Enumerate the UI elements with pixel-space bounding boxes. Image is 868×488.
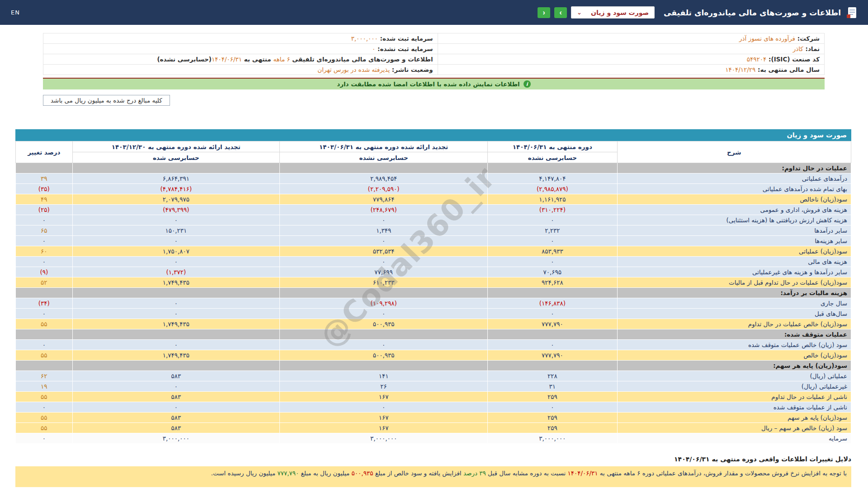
statement-row: عملیاتی (ریال)۲۲۸۱۴۱۵۸۳۶۲: [16, 371, 851, 381]
info-label: نماد:: [803, 45, 820, 52]
row-change-percent: ۳۹: [16, 174, 73, 184]
company-info-body: شرکت: فرآورده های نسوز آذرسرمایه ثبت شده…: [43, 33, 825, 75]
row-value: ۰: [488, 402, 617, 413]
statement-row: ناشی از عملیات متوقف شده۰۰۰۰: [16, 402, 851, 413]
row-value: ۱,۳۴۹: [279, 225, 487, 236]
row-value: ۳۱: [488, 381, 617, 392]
row-value: ۱۶۷: [279, 423, 487, 433]
note-text: ۷۷۷,۷۹۰: [277, 469, 299, 477]
row-label: هزینه های فروش، اداری و عمومی: [617, 205, 851, 215]
banner-text: اطلاعات نمایش داده شده با اطلاعات امضا ش…: [337, 80, 520, 88]
row-change-percent: (۳۴): [16, 298, 73, 309]
chevron-left-icon: ‹: [542, 9, 545, 16]
info-label: سرمایه ثبت نشده:: [375, 45, 433, 52]
info-cell-left: سرمایه ثبت شده: ۳,۰۰۰,۰۰۰: [43, 33, 438, 44]
row-change-percent: ۴۹: [16, 194, 73, 205]
note-text: میلیون ریال به مبلغ: [299, 469, 351, 477]
info-row: سال مالی منتهی به: ۱۴۰۴/۱۲/۲۹وضعیت ناشر:…: [43, 65, 825, 75]
note-text: ۳۹ درصد: [463, 469, 486, 477]
row-label: سود(زیان) عملیاتی: [617, 246, 851, 257]
row-value: ۷۷۷,۷۹۰: [488, 319, 617, 329]
statement-row: سایر درآمدها و هزینه های غیرعملیاتی۷۰,۶۹…: [16, 267, 851, 277]
row-value: ۶,۸۶۴,۳۹۱: [72, 174, 279, 184]
row-value: ۲,۰۷۹,۹۷۵: [72, 194, 279, 205]
statement-row: هزینه های فروش، اداری و عمومی(۳۱۰,۲۲۴)(۲…: [16, 205, 851, 215]
row-value: ۴,۱۴۷,۸۰۴: [488, 174, 617, 184]
note-text: ۱۴۰۴/۰۶/۳۱: [567, 469, 598, 477]
row-value: ۰: [72, 215, 279, 225]
info-label: شرکت:: [795, 35, 820, 42]
info-label: سرمایه ثبت شده:: [378, 35, 433, 42]
section-empty-cell: [279, 163, 487, 174]
statement-row: سال‌های قبل۰۰۰۰: [16, 309, 851, 319]
row-change-percent: ۵۵: [16, 413, 73, 423]
row-change-percent: ۰: [16, 340, 73, 350]
info-value: ۶ ماهه: [273, 56, 290, 63]
row-change-percent: (۹): [16, 267, 73, 277]
row-value: ۳,۰۰۰,۰۰۰: [279, 433, 487, 444]
note-text: نسبت به دوره مشابه سال قبل: [486, 469, 568, 477]
change-reasons-title: دلایل تغییرات اطلاعات واقعی دوره منتهی ب…: [15, 455, 851, 463]
row-label: سایر هزینه‌ها: [617, 236, 851, 246]
row-change-percent: ۶۲: [16, 371, 73, 381]
change-reasons-section: دلایل تغییرات اطلاعات واقعی دوره منتهی ب…: [15, 455, 851, 487]
info-value: ۵۴۹۲۰۴: [747, 56, 767, 63]
codal-financial-statement-page: اطلاعات و صورت‌های مالی میاندوره‌ای تلفی…: [0, 0, 868, 488]
section-empty-cell: [279, 361, 487, 371]
row-value: ۹۲۴,۶۲۸: [488, 277, 617, 288]
info-label: اطلاعات و صورت‌های مالی میاندوره‌ای تلفی…: [290, 56, 433, 63]
info-value: پذیرفته شده در بورس تهران: [317, 66, 390, 73]
row-label: سود(زیان) ناخالص: [617, 194, 851, 205]
statement-type-select[interactable]: صورت سود و زیان ⌄: [571, 6, 655, 19]
row-value: ۰: [279, 215, 487, 225]
row-value: ۰: [72, 402, 279, 413]
row-change-percent: ۱۹: [16, 381, 73, 392]
language-toggle[interactable]: EN: [11, 9, 20, 16]
row-change-percent: (۲۵): [16, 205, 73, 215]
info-value: ۱۴۰۴/۰۶/۳۱: [212, 56, 242, 63]
section-label: هزینه مالیات بر درآمد:: [617, 288, 851, 298]
info-cell-left: وضعیت ناشر: پذیرفته شده در بورس تهران: [43, 65, 438, 75]
row-label: سود (زیان) خالص هر سهم – ریال: [617, 423, 851, 433]
row-value: (۱۴۶,۸۳۸): [488, 298, 617, 309]
row-value: (۲,۲۰۹,۵۹۰): [279, 184, 487, 194]
section-header-row: عملیات متوقف شده:: [16, 329, 851, 340]
next-statement-button[interactable]: ›: [554, 7, 567, 18]
row-value: (۲,۹۸۵,۸۷۹): [488, 184, 617, 194]
row-value: ۰: [279, 257, 487, 267]
section-empty-cell: [16, 361, 73, 371]
statement-row: سود (زیان) خالص هر سهم – ریال۲۵۹۱۶۷۵۸۳۵۵: [16, 423, 851, 433]
row-value: ۶۱۰,۲۳۳: [279, 277, 487, 288]
row-value: (۲۴۸,۶۷۹): [279, 205, 487, 215]
row-change-percent: ۶۰: [16, 246, 73, 257]
col-header-restated-annual: تجدید ارائه شده دوره منتهی به ۱۴۰۳/۱۲/۳۰: [72, 141, 279, 152]
row-value: ۱,۷۴۹,۴۳۵: [72, 350, 279, 361]
row-value: ۵۸۳: [72, 413, 279, 423]
col-header-restated-midyear: تجدید ارائه شده دوره منتهی به ۱۴۰۳/۰۶/۳۱: [279, 141, 487, 152]
prev-statement-button[interactable]: ‹: [538, 7, 550, 18]
section-empty-cell: [279, 329, 487, 340]
row-change-percent: ۵۵: [16, 423, 73, 433]
row-label: سایر درآمدها: [617, 225, 851, 236]
statement-select-value: صورت سود و زیان: [591, 9, 649, 16]
row-value: ۲۵۹: [488, 392, 617, 402]
section-empty-cell: [72, 163, 279, 174]
row-change-percent: ۶۵: [16, 225, 73, 236]
row-value: ۲,۹۸۹,۴۵۴: [279, 174, 487, 184]
section-empty-cell: [72, 329, 279, 340]
row-value: ۰: [488, 340, 617, 350]
info-cell-right: شرکت: فرآورده های نسوز آذر: [438, 33, 824, 44]
statement-row: سال جاری(۱۴۶,۸۳۸)(۱۰۹,۲۹۸)۰(۳۴): [16, 298, 851, 309]
row-value: ۰: [279, 402, 487, 413]
row-change-percent: ۵۲: [16, 277, 73, 288]
section-label: عملیات متوقف شده:: [617, 329, 851, 340]
row-label: سرمایه: [617, 433, 851, 444]
info-cell-right: نماد: کاذر: [438, 44, 824, 54]
row-value: ۳,۰۰۰,۰۰۰: [72, 433, 279, 444]
info-cell-right: کد صنعت (ISIC): ۵۴۹۲۰۴: [438, 54, 824, 65]
row-label: سود (زیان) خالص عملیات متوقف شده: [617, 340, 851, 350]
statement-body: عملیات در حال تداوم:درآمدهای عملیاتی۴,۱۴…: [16, 163, 851, 444]
statement-row: سود(زیان) عملیاتی۸۵۳,۹۳۳۵۳۲,۵۳۴۱,۷۵۰,۸۰۷…: [16, 246, 851, 257]
info-value: ۱۴۰۴/۱۲/۲۹: [725, 66, 755, 73]
row-value: ۲۵۹: [488, 423, 617, 433]
